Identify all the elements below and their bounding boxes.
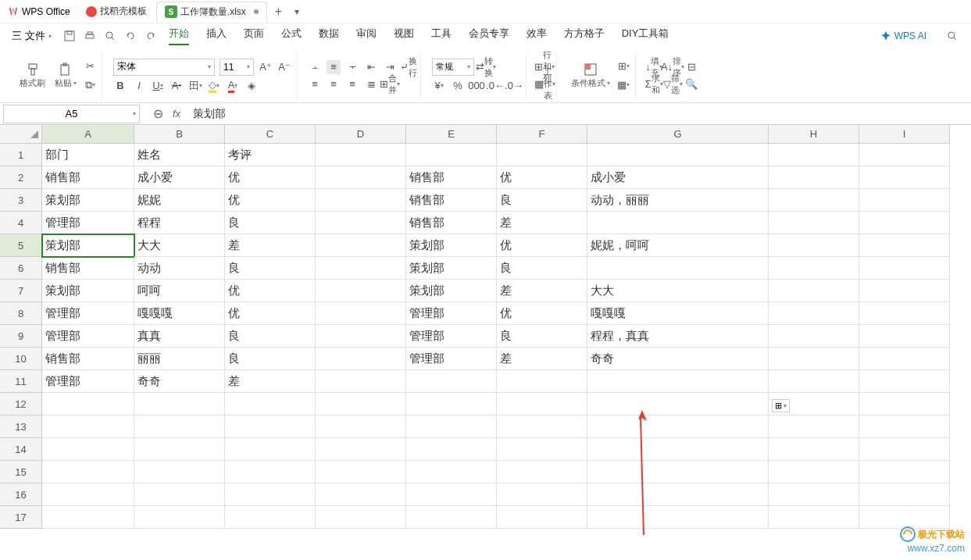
cell-B7[interactable]: 呵呵: [134, 280, 225, 302]
cell-H13[interactable]: [769, 416, 859, 438]
cell-C13[interactable]: [225, 416, 316, 438]
cell-E2[interactable]: 销售部: [406, 166, 497, 189]
cell-E16[interactable]: [406, 483, 497, 506]
column-header-G[interactable]: G: [587, 125, 769, 144]
cell-D4[interactable]: [316, 212, 406, 234]
column-header-C[interactable]: C: [225, 125, 316, 144]
menu-item-公式[interactable]: 公式: [281, 27, 302, 45]
cell-D13[interactable]: [316, 416, 406, 438]
cell-B5[interactable]: 大大: [134, 234, 225, 257]
cell-D10[interactable]: [316, 348, 406, 370]
cell-F14[interactable]: [497, 438, 587, 461]
font-color-button[interactable]: A▾: [226, 79, 240, 93]
cell-E13[interactable]: [406, 416, 497, 438]
table-style-icon[interactable]: ▦▾: [616, 78, 630, 92]
cell-H9[interactable]: [769, 325, 859, 348]
cell-E12[interactable]: [406, 393, 497, 416]
row-header-9[interactable]: 9: [0, 325, 42, 348]
row-header-6[interactable]: 6: [0, 257, 42, 280]
percent-icon[interactable]: %: [451, 79, 465, 93]
cell-I16[interactable]: [859, 483, 950, 506]
row-header-13[interactable]: 13: [0, 416, 42, 438]
cell-F15[interactable]: [497, 461, 587, 483]
cell-B13[interactable]: [134, 416, 225, 438]
cell-D3[interactable]: [316, 189, 406, 212]
cell-I2[interactable]: [859, 166, 950, 189]
border-button[interactable]: 田▾: [188, 79, 202, 93]
cell-E3[interactable]: 销售部: [406, 189, 497, 212]
decimal-inc-icon[interactable]: .0←: [488, 79, 502, 93]
cell-E14[interactable]: [406, 438, 497, 461]
row-header-14[interactable]: 14: [0, 438, 42, 461]
tab-template[interactable]: 找稻壳模板: [78, 2, 155, 22]
font-name-select[interactable]: 宋体▾: [113, 59, 215, 76]
cell-B4[interactable]: 程程: [134, 212, 225, 234]
wps-ai-button[interactable]: WPS AI: [880, 30, 926, 41]
cell-C6[interactable]: 良: [225, 257, 316, 280]
align-middle-icon[interactable]: ≡: [327, 60, 341, 74]
cell-D6[interactable]: [316, 257, 406, 280]
print-icon[interactable]: [83, 29, 97, 43]
cell-D9[interactable]: [316, 325, 406, 348]
row-header-10[interactable]: 10: [0, 348, 42, 370]
cell-C9[interactable]: 良: [225, 325, 316, 348]
strikethrough-button[interactable]: A▾: [170, 79, 184, 93]
cell-E4[interactable]: 销售部: [406, 212, 497, 234]
cell-F4[interactable]: 差: [497, 212, 587, 234]
cell-B9[interactable]: 真真: [134, 325, 225, 348]
sum-button[interactable]: Σ求和▾: [647, 77, 661, 91]
cell-A9[interactable]: 管理部: [42, 325, 134, 348]
cell-H6[interactable]: [769, 257, 859, 280]
cell-F17[interactable]: [497, 506, 587, 529]
row-header-7[interactable]: 7: [0, 280, 42, 302]
menu-item-DIY工具箱[interactable]: DIY工具箱: [622, 27, 669, 45]
cell-E11[interactable]: [406, 370, 497, 393]
cell-H14[interactable]: [769, 438, 859, 461]
row-header-3[interactable]: 3: [0, 189, 42, 212]
search-icon[interactable]: [945, 29, 959, 43]
row-header-11[interactable]: 11: [0, 370, 42, 393]
cell-C5[interactable]: 差: [225, 234, 316, 257]
align-right-icon[interactable]: ≡: [345, 77, 359, 91]
menu-item-会员专享[interactable]: 会员专享: [469, 27, 509, 45]
cell-E7[interactable]: 策划部: [406, 280, 497, 302]
column-header-B[interactable]: B: [134, 125, 225, 144]
row-header-12[interactable]: 12: [0, 393, 42, 416]
italic-button[interactable]: I: [132, 79, 146, 93]
cell-C12[interactable]: [225, 393, 316, 416]
number-format-select[interactable]: 常规▾: [432, 59, 474, 76]
cell-F2[interactable]: 优: [497, 166, 587, 189]
find-icon[interactable]: 🔍: [684, 77, 698, 91]
fill-color-button[interactable]: ◇▾: [207, 79, 221, 93]
cell-E17[interactable]: [406, 506, 497, 529]
cell-F7[interactable]: 差: [497, 280, 587, 302]
cell-B12[interactable]: [134, 393, 225, 416]
cell-I13[interactable]: [859, 416, 950, 438]
worksheet-button[interactable]: ▦工作表▾: [537, 77, 552, 91]
menu-item-工具[interactable]: 工具: [431, 27, 452, 45]
cell-I8[interactable]: [859, 302, 950, 325]
menu-item-视图[interactable]: 视图: [394, 27, 414, 45]
cell-D11[interactable]: [316, 370, 406, 393]
cell-style-icon[interactable]: ⊞▾: [616, 59, 630, 73]
bold-button[interactable]: B: [113, 79, 127, 93]
cell-G7[interactable]: 大大: [587, 280, 769, 302]
filter-button[interactable]: ▽筛选▾: [666, 77, 680, 91]
cell-B17[interactable]: [134, 506, 225, 529]
cell-F3[interactable]: 良: [497, 189, 587, 212]
cell-G14[interactable]: [587, 438, 769, 461]
tab-workbook[interactable]: S 工作簿数量.xlsx: [156, 2, 267, 22]
cell-C4[interactable]: 良: [225, 212, 316, 234]
save-icon[interactable]: [62, 29, 77, 43]
cell-C17[interactable]: [225, 506, 316, 529]
menu-item-数据[interactable]: 数据: [319, 27, 339, 45]
cell-A10[interactable]: 销售部: [42, 348, 134, 370]
cell-B6[interactable]: 动动: [134, 257, 225, 280]
cell-H7[interactable]: [769, 280, 859, 302]
copy-icon[interactable]: ⧉▾: [83, 78, 97, 92]
cell-D8[interactable]: [316, 302, 406, 325]
menu-item-开始[interactable]: 开始: [169, 27, 189, 45]
cell-H1[interactable]: [769, 144, 859, 166]
cell-H10[interactable]: [769, 348, 859, 370]
cell-D12[interactable]: [316, 393, 406, 416]
